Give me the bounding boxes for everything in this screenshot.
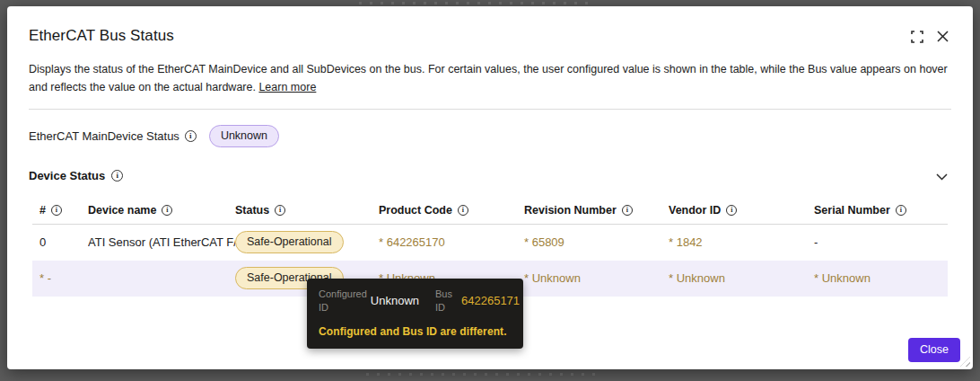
column-header-revision-number: Revision Number [524, 204, 669, 217]
info-icon[interactable] [622, 205, 633, 216]
tooltip-configured-id-value: Unknown [371, 294, 419, 307]
table-row[interactable]: 0 ATI Sensor (ATI EtherCAT F/T Safe-Oper… [32, 225, 948, 261]
cell-revision-number: * 65809 [524, 235, 669, 249]
column-header-vendor-id: Vendor ID [669, 204, 814, 217]
table-header-row: # Device name Status Product Code Revisi… [32, 197, 948, 225]
cell-product-code: * 642265170 [379, 235, 524, 249]
dialog-description: Displays the status of the EtherCAT Main… [29, 60, 951, 97]
cell-serial-number: * Unknown [814, 271, 948, 285]
device-status-section-header: Device Status [29, 166, 951, 186]
cell-index: * - [32, 271, 88, 285]
background-app-dots [366, 373, 599, 376]
info-icon[interactable] [726, 205, 737, 216]
divider [29, 109, 951, 110]
cell-status: Safe-Operational [235, 231, 379, 253]
background-app-dots [359, 2, 592, 4]
tooltip-warning-message: Configured and Bus ID are different. [319, 325, 512, 338]
device-status-title: Device Status [29, 169, 105, 182]
info-icon[interactable] [185, 130, 197, 142]
column-header-device-name: Device name [88, 204, 235, 217]
info-icon[interactable] [111, 170, 123, 182]
maindevice-status-badge: Unknown [209, 125, 279, 147]
close-button[interactable]: Close [908, 338, 960, 362]
status-badge: Safe-Operational [235, 231, 344, 253]
maindevice-status-row: EtherCAT MainDevice Status Unknown [29, 125, 951, 147]
chevron-down-icon[interactable] [934, 166, 949, 186]
info-icon[interactable] [896, 205, 906, 216]
cell-device-name: ATI Sensor (ATI EtherCAT F/T [88, 235, 235, 249]
cell-revision-number: * Unknown [524, 271, 669, 285]
column-header-product-code: Product Code [379, 204, 524, 217]
cell-vendor-id: * Unknown [669, 271, 814, 285]
info-icon[interactable] [162, 205, 172, 216]
ethercat-bus-status-dialog: EtherCAT Bus Status Displays the status … [7, 6, 973, 369]
close-icon[interactable] [936, 30, 949, 43]
cell-vendor-id: * 1842 [669, 235, 814, 249]
info-icon[interactable] [51, 205, 62, 216]
cell-index: 0 [32, 235, 88, 249]
tooltip-bus-id-label: Bus ID [435, 288, 452, 315]
learn-more-link[interactable]: Learn more [258, 81, 316, 93]
tooltip-configured-id-label: Configured ID [319, 288, 367, 315]
column-header-serial-number: Serial Number [814, 204, 948, 217]
column-header-index: # [32, 204, 88, 217]
description-text: Displays the status of the EtherCAT Main… [29, 63, 948, 93]
tooltip-bus-id-value: 642265171 [461, 294, 520, 307]
info-icon[interactable] [275, 205, 285, 216]
page-title: EtherCAT Bus Status [29, 27, 174, 45]
bus-value-tooltip: Configured ID Unknown Bus ID 642265171 C… [307, 279, 523, 349]
column-header-status: Status [235, 204, 379, 217]
expand-fullscreen-icon[interactable] [910, 30, 923, 43]
info-icon[interactable] [458, 205, 468, 216]
maindevice-status-label: EtherCAT MainDevice Status [29, 129, 179, 143]
cell-serial-number: - [814, 235, 948, 249]
dialog-header: EtherCAT Bus Status [29, 6, 951, 45]
